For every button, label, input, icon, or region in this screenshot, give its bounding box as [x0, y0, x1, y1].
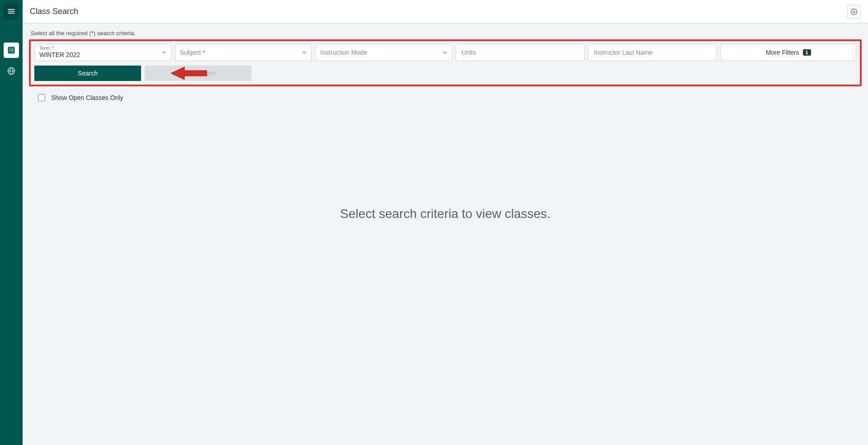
instruction-mode-placeholder: Instruction Mode: [320, 49, 367, 56]
svg-rect-4: [9, 49, 10, 50]
term-select[interactable]: Term: * WINTER 2022: [34, 44, 171, 61]
term-label: Term:: [39, 46, 51, 51]
subject-placeholder: Subject: [180, 49, 201, 56]
search-filters-panel: Term: * WINTER 2022 Subject * Instructio…: [29, 39, 862, 86]
svg-point-11: [853, 11, 855, 13]
svg-rect-3: [8, 47, 14, 53]
instruction-text: Select all the required (*) search crite…: [31, 30, 860, 37]
subject-select[interactable]: Subject *: [175, 44, 312, 61]
units-field[interactable]: [456, 44, 585, 61]
menu-button[interactable]: [4, 4, 19, 19]
gear-icon: [850, 8, 858, 16]
instructor-last-name-field[interactable]: [588, 44, 717, 61]
term-value: WINTER 2022: [39, 51, 80, 58]
more-filters-label: More Filters: [766, 49, 799, 56]
settings-button[interactable]: [847, 5, 861, 19]
more-filters-count-badge: 1: [803, 49, 811, 56]
empty-state-text: Select search criteria to view classes.: [340, 207, 550, 221]
show-open-classes-checkbox[interactable]: [38, 94, 45, 101]
hamburger-icon: [7, 7, 16, 16]
chevron-down-icon: [442, 49, 448, 56]
chevron-down-icon: [301, 49, 307, 56]
units-input[interactable]: [461, 48, 580, 57]
show-open-classes-toggle[interactable]: Show Open Classes Only: [36, 93, 861, 103]
empty-state: Select search criteria to view classes.: [29, 103, 862, 445]
sidebar: [0, 0, 23, 445]
more-filters-button[interactable]: More Filters 1: [720, 44, 856, 61]
nav-class-search[interactable]: [4, 43, 19, 58]
svg-rect-6: [9, 51, 10, 52]
svg-rect-7: [11, 51, 13, 52]
instruction-mode-select[interactable]: Instruction Mode: [315, 44, 452, 61]
topbar: Class Search: [23, 0, 868, 24]
show-open-classes-label: Show Open Classes Only: [51, 94, 123, 101]
svg-rect-5: [11, 49, 13, 50]
chevron-down-icon: [161, 49, 167, 56]
list-icon: [7, 46, 16, 55]
nav-globe[interactable]: [4, 63, 19, 79]
search-button[interactable]: Search: [34, 66, 141, 81]
reset-filters-button: Reset Filters: [145, 66, 251, 81]
page-title: Class Search: [30, 7, 78, 16]
globe-icon: [7, 66, 16, 76]
instructor-last-name-input[interactable]: [593, 48, 712, 57]
